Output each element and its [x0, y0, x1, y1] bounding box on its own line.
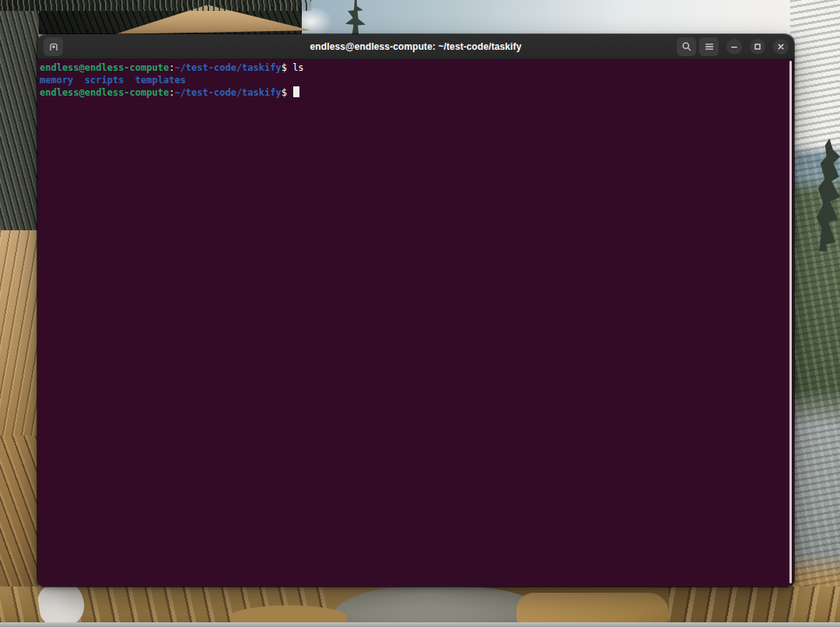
terminal-text-segment: scripts — [85, 75, 124, 86]
terminal-text-segment: $ — [282, 62, 292, 73]
wallpaper-bottom-planks-right — [669, 587, 840, 627]
terminal-text-segment: memory — [40, 75, 73, 86]
terminal-text-segment: endless@endless-compute — [40, 87, 169, 98]
terminal-output: endless@endless-compute:~/test-code/task… — [40, 61, 786, 99]
terminal-cursor — [293, 86, 299, 97]
search-icon — [681, 40, 693, 53]
terminal-text-segment: $ — [282, 87, 292, 98]
menu-button[interactable] — [699, 37, 719, 56]
terminal-scrollbar[interactable] — [789, 61, 792, 583]
terminal-text-segment: endless@endless-compute — [40, 62, 169, 73]
new-tab-button[interactable] — [44, 37, 63, 56]
maximize-icon — [752, 41, 763, 52]
close-icon — [775, 41, 786, 52]
terminal-screen[interactable]: endless@endless-compute:~/test-code/task… — [37, 59, 794, 587]
terminal-window: endless@endless-compute: ~/test-code/tas… — [37, 34, 794, 587]
terminal-line: memory scripts templates — [40, 74, 786, 86]
terminal-text-segment — [73, 75, 84, 86]
terminal-text-segment: ~/test-code/taskify — [174, 87, 281, 98]
desktop: endless@endless-compute: ~/test-code/tas… — [0, 0, 840, 627]
terminal-text-segment — [124, 75, 135, 86]
terminal-text-segment: ~/test-code/taskify — [174, 62, 281, 73]
titlebar-controls — [677, 37, 789, 56]
search-button[interactable] — [677, 37, 696, 56]
terminal-line: endless@endless-compute:~/test-code/task… — [40, 61, 786, 74]
hamburger-menu-icon — [703, 40, 716, 53]
wallpaper-bottom-edge-bar — [0, 622, 840, 627]
wallpaper-right-landscape — [790, 0, 840, 627]
titlebar[interactable]: endless@endless-compute: ~/test-code/tas… — [37, 34, 794, 59]
new-tab-icon — [47, 40, 60, 53]
close-button[interactable] — [773, 39, 789, 54]
wallpaper-twig-band — [0, 0, 311, 11]
terminal-line: endless@endless-compute:~/test-code/task… — [40, 86, 786, 99]
minimize-button[interactable] — [726, 39, 742, 54]
maximize-button[interactable] — [750, 39, 765, 54]
wallpaper-stone-large — [516, 593, 669, 625]
wallpaper-left-twigs — [0, 11, 39, 236]
minimize-icon — [729, 41, 740, 52]
terminal-text-segment: templates — [135, 75, 186, 86]
terminal-text-segment: ls — [292, 62, 303, 73]
wallpaper-left-shingles — [0, 230, 39, 440]
